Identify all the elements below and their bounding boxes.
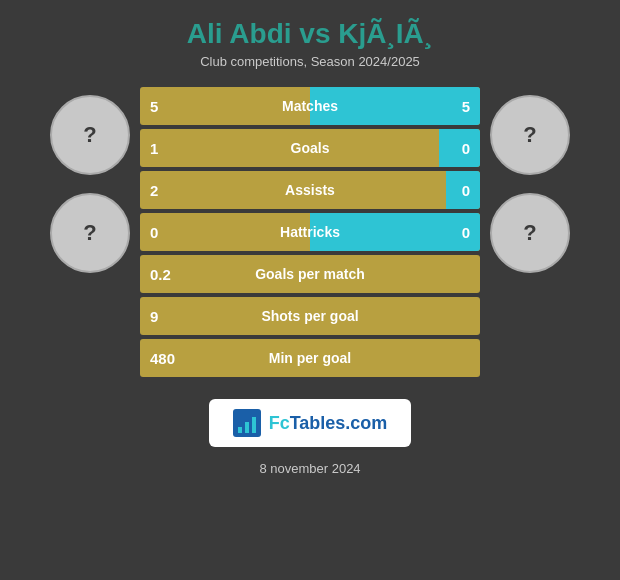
stat-left-val: 480 [150,350,175,367]
stat-bar-fill [439,129,480,167]
stat-row-goals-per-match: 0.2Goals per match [140,255,480,293]
svg-rect-2 [245,422,249,433]
stat-label: Shots per goal [261,308,358,324]
avatar-left-bottom: ? [50,193,130,273]
avatar-right-bottom-icon: ? [523,220,536,246]
stat-label: Hattricks [280,224,340,240]
stat-right-val: 0 [462,140,470,157]
avatar-right-top-icon: ? [523,122,536,148]
stat-left-val: 0 [150,224,158,241]
stat-left-val: 0.2 [150,266,171,283]
stat-row-hattricks: 0Hattricks0 [140,213,480,251]
stat-label: Goals [291,140,330,156]
stat-label: Matches [282,98,338,114]
avatars-left: ? ? [50,95,130,273]
date-footer: 8 november 2024 [259,461,360,476]
stat-left-val: 2 [150,182,158,199]
subtitle: Club competitions, Season 2024/2025 [200,54,420,69]
stat-row-goals: 1Goals0 [140,129,480,167]
avatar-right-top: ? [490,95,570,175]
fctables-text: FcTables.com [269,413,388,434]
page-title: Ali Abdi vs KjÃ¸IÃ¸ [187,18,433,50]
stat-label: Min per goal [269,350,351,366]
stat-left-val: 9 [150,308,158,325]
stat-left-val: 1 [150,140,158,157]
avatar-left-bottom-icon: ? [83,220,96,246]
stat-right-val: 0 [462,224,470,241]
stat-row-matches: 5Matches5 [140,87,480,125]
stat-label: Goals per match [255,266,365,282]
stat-label: Assists [285,182,335,198]
avatars-right: ? ? [490,95,570,273]
avatar-right-bottom: ? [490,193,570,273]
stat-row-shots-per-goal: 9Shots per goal [140,297,480,335]
stats-panel: 5Matches51Goals02Assists00Hattricks00.2G… [140,87,480,377]
svg-rect-1 [238,427,242,433]
fctables-logo: FcTables.com [209,399,412,447]
stat-left-val: 5 [150,98,158,115]
avatar-left-top-icon: ? [83,122,96,148]
stat-right-val: 0 [462,182,470,199]
fctables-icon [233,409,261,437]
svg-rect-3 [252,417,256,433]
stat-row-min-per-goal: 480Min per goal [140,339,480,377]
stat-row-assists: 2Assists0 [140,171,480,209]
avatar-left-top: ? [50,95,130,175]
stat-right-val: 5 [462,98,470,115]
